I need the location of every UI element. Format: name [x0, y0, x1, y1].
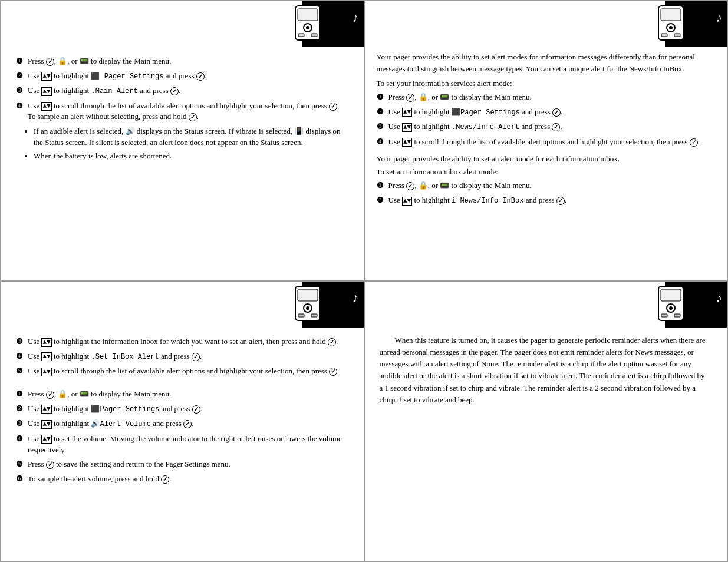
svg-point-3: [306, 26, 309, 29]
q2-step-1: ❶ Press ✓, 🔒, or 📟 to display the Main m…: [377, 92, 713, 103]
q3-vol-step-2: ❷ Use ▲▼ to highlight ⬛Pager Settings an…: [16, 404, 349, 415]
step-text-1: Press ✓, 🔒, or 📟 to display the Main men…: [28, 56, 349, 67]
q3-vol-text-3: Use ▲▼ to highlight 🔊Alert Volume and pr…: [28, 418, 349, 429]
q2-s2-nav: ▲▼: [402, 197, 412, 206]
q3-vol-text-1: Press ✓, 🔒, or 📟 to display the Main men…: [28, 389, 349, 400]
q2-s2-text-2: Use ▲▼ to highlight i News/Info InBox an…: [388, 195, 713, 206]
q2-step-2: ❷ Use ▲▼ to highlight ⬛Pager Settings an…: [377, 107, 713, 118]
check-icon-4b: ✓: [189, 113, 197, 121]
q2-nav-4: ▲▼: [402, 138, 412, 147]
svg-rect-23: [674, 314, 680, 317]
svg-rect-7: [661, 9, 681, 21]
q3-v-nav-4: ▲▼: [41, 435, 51, 444]
q3-v-check-6: ✓: [161, 475, 169, 484]
music-note-q1: ♪: [353, 10, 359, 25]
q1-bullet-list: If an audible alert is selected, 🔊 displ…: [34, 126, 349, 162]
q3-vol-text-4: Use ▲▼ to set the volume. Moving the vol…: [28, 434, 349, 456]
check-icon-2: ✓: [196, 72, 205, 81]
q2-s2-check-1: ✓: [406, 182, 414, 190]
q4-body-text: When this feature is turned on, it cause…: [380, 335, 710, 406]
q3-step-5: ❺ Use ▲▼ to scroll through the list of a…: [16, 366, 349, 377]
svg-rect-19: [661, 289, 681, 301]
q3-step-text-5: Use ▲▼ to scroll through the list of ava…: [28, 366, 349, 377]
q3-vol-text-5: Press ✓ to save the setting and return t…: [28, 459, 349, 470]
music-note-q4: ♪: [716, 290, 722, 306]
q1-bullet-2: When the battery is low, alerts are shor…: [34, 151, 349, 162]
q2-step2-2: ❷ Use ▲▼ to highlight i News/Info InBox …: [377, 195, 713, 206]
svg-point-21: [669, 306, 673, 310]
step-text-2: Use ▲▼ to highlight ⬛ Pager Settings and…: [28, 71, 349, 82]
step-num-4: ❹: [16, 101, 25, 111]
q3-set-inbox-alert: ♩Set InBox Alert: [91, 353, 159, 361]
step-num-2: ❷: [16, 71, 25, 81]
q2-step-4: ❹ Use ▲▼ to scroll through the list of a…: [377, 137, 713, 148]
nav-icon-2: ▲▼: [41, 72, 51, 81]
q1-content-area: ❶ Press ✓, 🔒, or 📟 to display the Main m…: [1, 45, 364, 173]
svg-rect-11: [674, 34, 680, 37]
svg-rect-1: [298, 9, 318, 21]
q3-check-5: ✓: [329, 368, 337, 376]
q3-step-text-4: Use ▲▼ to highlight ♩Set InBox Alert and…: [28, 351, 349, 362]
q2-check-2: ✓: [552, 108, 561, 117]
q3-step-num-3: ❸: [16, 336, 25, 347]
q3-check-4: ✓: [192, 353, 200, 361]
q3-vol-num-1: ❶: [16, 389, 25, 399]
q3-v-nav-3: ▲▼: [41, 420, 51, 429]
q3-content-area: ❸ Use ▲▼ to highlight the information in…: [1, 326, 364, 497]
svg-rect-16: [298, 314, 304, 317]
check-icon: ✓: [46, 58, 54, 66]
q2-check-3: ✓: [552, 123, 560, 131]
q3-vol-step-6: ❻ To sample the alert volume, press and …: [16, 474, 349, 485]
q3-vol-num-4: ❹: [16, 434, 25, 444]
q3-vol-step-5: ❺ Press ✓ to save the setting and return…: [16, 459, 349, 470]
step-num-3: ❸: [16, 85, 25, 96]
step-num-1: ❶: [16, 56, 25, 67]
q1-step-4: ❹ Use ▲▼ to scroll through the list of a…: [16, 101, 349, 123]
q2-section2-line1: Your pager provides the ability to set a…: [377, 154, 713, 164]
q2-nav-3: ▲▼: [402, 123, 412, 132]
svg-point-9: [669, 26, 673, 29]
q2-s2-num-1: ❶: [377, 180, 386, 191]
q1-step-1: ❶ Press ✓, 🔒, or 📟 to display the Main m…: [16, 56, 349, 67]
nav-icon-3: ▲▼: [41, 87, 51, 96]
q2-step-num-4: ❹: [377, 137, 386, 147]
q2-step-num-3: ❸: [377, 121, 386, 132]
q2-step-text-4: Use ▲▼ to scroll through the list of ava…: [388, 137, 713, 148]
q3-pager-settings: ⬛Pager Settings: [91, 405, 159, 414]
q2-section1-header: To set your information services alert m…: [377, 79, 713, 88]
q3-step-num-4: ❹: [16, 351, 25, 362]
q3-vol-step-4: ❹ Use ▲▼ to set the volume. Moving the v…: [16, 434, 349, 456]
q3-vol-text-2: Use ▲▼ to highlight ⬛Pager Settings and …: [28, 404, 349, 415]
step-text-4: Use ▲▼ to scroll through the list of ava…: [28, 101, 349, 123]
q2-s2-text-1: Press ✓, 🔒, or 📟 to display the Main men…: [388, 180, 713, 191]
q3-nav-4: ▲▼: [41, 352, 51, 361]
svg-rect-13: [298, 289, 318, 301]
q3-v-check-2: ✓: [192, 405, 200, 414]
quadrant-1: ♪ ❶ Press ✓, 🔒, or 📟 to display the Main…: [1, 1, 364, 281]
check-icon-3: ✓: [170, 87, 179, 95]
check-icon-4: ✓: [329, 103, 337, 111]
q1-step-3: ❸ Use ▲▼ to highlight ♩Main Alert and pr…: [16, 85, 349, 97]
pager-figure-q4: [654, 283, 696, 328]
q2-check-4: ✓: [690, 138, 698, 147]
main-alert-text: ♩Main Alert: [91, 87, 137, 95]
q3-vol-step-3: ❸ Use ▲▼ to highlight 🔊Alert Volume and …: [16, 418, 349, 429]
music-note-q2: ♪: [716, 10, 722, 25]
q2-intro: Your pager provides the ability to set a…: [377, 51, 713, 74]
q3-nav-3: ▲▼: [41, 338, 51, 347]
q3-vol-step-1: ❶ Press ✓, 🔒, or 📟 to display the Main m…: [16, 389, 349, 400]
svg-rect-22: [661, 314, 667, 317]
q2-s2-num-2: ❷: [377, 195, 386, 206]
q3-step-4: ❹ Use ▲▼ to highlight ♩Set InBox Alert a…: [16, 351, 349, 362]
q3-vol-num-3: ❸: [16, 418, 25, 429]
q2-step2-1: ❶ Press ✓, 🔒, or 📟 to display the Main m…: [377, 180, 713, 191]
step-text-3: Use ▲▼ to highlight ♩Main Alert and pres…: [28, 85, 349, 97]
q2-section2-header: To set an information inbox alert mode:: [377, 167, 713, 177]
pager-figure-q2: [654, 3, 696, 48]
q3-step-num-5: ❺: [16, 366, 25, 376]
q2-step-text-2: Use ▲▼ to highlight ⬛Pager Settings and …: [388, 107, 713, 118]
q3-vol-num-6: ❻: [16, 474, 25, 484]
q2-step-num-1: ❶: [377, 92, 386, 103]
q2-step-text-1: Press ✓, 🔒, or 📟 to display the Main men…: [388, 92, 713, 103]
q3-step-text-3: Use ▲▼ to highlight the information inbo…: [28, 336, 349, 348]
